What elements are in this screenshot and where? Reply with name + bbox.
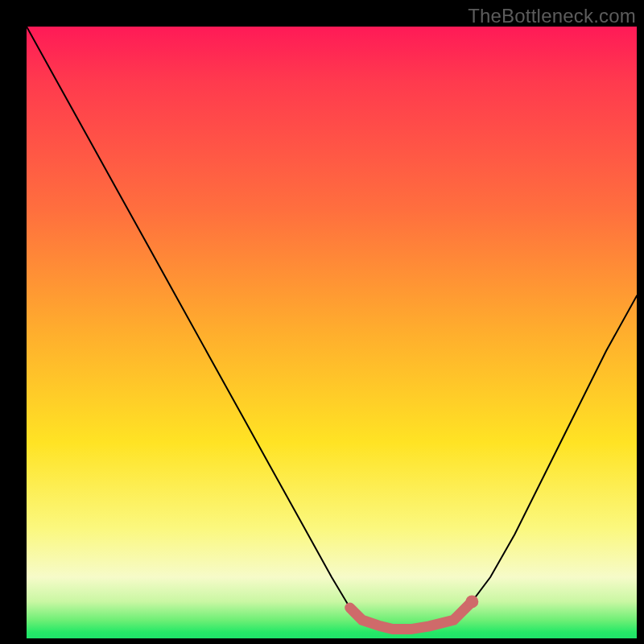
bottleneck-curve-svg [27,27,637,638]
outer-black-frame: TheBottleneck.com [0,0,644,644]
watermark-text: TheBottleneck.com [468,5,636,27]
valley-accent-path [350,601,473,629]
bottleneck-curve-path [27,27,637,630]
valley-accent-end-dot [465,595,478,608]
plot-area [27,27,637,638]
